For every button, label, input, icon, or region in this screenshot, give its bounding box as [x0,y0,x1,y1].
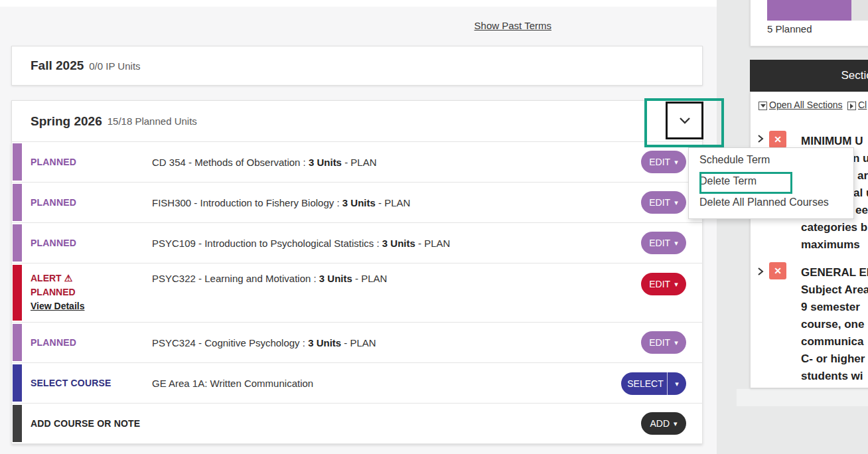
close-all-sections-link[interactable]: Cl [858,100,867,110]
expand-chevron-icon[interactable] [757,133,764,147]
edit-button[interactable]: EDIT▾ [641,151,686,173]
course-title-text: FISH300 - Introduction to Fishery Biolog… [152,197,342,208]
edit-button[interactable]: EDIT▾ [641,331,686,354]
requirement-text-fragment: ar [857,168,868,184]
requirement-not-met-icon: ✕ [769,262,786,279]
requirement-text-fragment: maximums [801,237,860,253]
show-past-terms-link[interactable]: Show Past Terms [474,20,551,31]
background-strip [737,389,868,406]
view-details-link[interactable]: View Details [31,299,84,313]
caret-down-icon: ▾ [674,280,678,289]
course-title-text: PSYC324 - Cognitive Psychology : [152,337,308,348]
status-color-bar [13,265,22,321]
requirement-text-fragment: categories b [801,220,867,236]
requirement-gen-ed-line: course, one [801,317,864,333]
edit-button-label: EDIT [649,238,670,248]
warning-icon: ⚠ [64,273,73,283]
alert-label: ALERT⚠ [31,271,84,285]
edit-button-label: EDIT [649,157,670,167]
course-status-label: PLANNED [31,157,76,167]
edit-button[interactable]: EDIT▾ [641,191,686,214]
course-title: PSYC322 - Learning and Motivation : 3 Un… [152,273,387,284]
course-title-suffix: - PLAN [342,157,377,168]
course-title: GE Area 1A: Written Communication [152,378,313,389]
term-units-label: 15/18 Planned Units [108,115,197,127]
term-card-fall: Fall 2025 0/0 IP Units [11,46,703,86]
add-button-label: ADD [650,418,670,429]
term-actions-button[interactable] [666,102,703,139]
course-status-label: PLANNED [31,285,84,299]
term-units-label: 0/0 IP Units [89,60,140,72]
course-row: PLANNED PSYC324 - Cognitive Psychology :… [11,322,703,363]
caret-down-icon: ▾ [674,339,678,347]
course-row: PLANNED PSYC109 - Introduction to Psycho… [11,222,703,264]
edit-button-label: EDIT [649,337,670,348]
x-glyph: ✕ [774,134,782,145]
course-title-text: PSYC109 - Introduction to Psychological … [152,238,382,249]
planned-units-card: 5 Planned [750,0,868,46]
course-title-suffix: - PLAN [415,238,451,249]
requirement-gen-ed-line: 9 semester [801,299,860,315]
x-glyph: ✕ [774,265,782,276]
select-split-button[interactable]: SELECT ▾ [621,372,686,395]
course-title: FISH300 - Introduction to Fishery Biolog… [152,197,410,208]
sections-title: Sections [841,69,868,82]
course-units: 3 Units [382,238,415,249]
status-color-bar [13,143,22,181]
requirement-gen-ed-line: GENERAL ED [801,265,868,281]
status-color-bar [13,405,22,442]
add-button[interactable]: ADD▾ [641,412,686,435]
course-status-label: SELECT COURSE [31,378,111,388]
add-course-row: ADD COURSE OR NOTE ADD▾ [11,403,703,444]
course-title-suffix: - PLAN [352,273,388,284]
sections-card: Open All Sections Cl ✕ MINIMUM U n u ar … [750,92,868,388]
alert-label-text: ALERT [31,273,62,283]
planner-panel: Show Past Terms Fall 2025 0/0 IP Units S… [0,0,717,454]
add-course-label: ADD COURSE OR NOTE [31,418,140,429]
close-all-icon[interactable] [847,102,856,110]
term-title: Fall 2025 [31,58,84,73]
menu-item-delete-term[interactable]: Delete Term [689,171,853,192]
planned-units-bar-fill [767,0,851,21]
requirement-gen-ed-line: C- or higher [801,351,865,367]
triangle-right-glyph [850,104,853,109]
top-strip [0,0,717,7]
course-row: PLANNED FISH300 - Introduction to Fisher… [11,182,703,223]
planned-units-bar-track [767,0,868,21]
select-button-label[interactable]: SELECT [621,378,667,389]
caret-down-icon: ▾ [674,239,678,248]
course-units: 3 Units [342,197,376,208]
status-color-bar [13,184,22,221]
select-course-row: SELECT COURSE GE Area 1A: Written Commun… [11,362,703,404]
course-title: CD 354 - Methods of Observation : 3 Unit… [152,157,376,168]
course-units: 3 Units [319,273,352,284]
chevron-down-icon [678,116,692,125]
requirement-text-fragment: al u [853,185,868,201]
requirement-text-fragment: ee [855,202,868,218]
requirement-not-met-icon: ✕ [769,131,786,148]
caret-down-icon: ▾ [674,419,678,428]
term-title: Spring 2026 [31,114,102,129]
menu-item-schedule-term[interactable]: Schedule Term [689,149,853,171]
course-title-suffix: - PLAN [376,197,411,208]
term-actions-menu: Schedule Term Delete Term Delete All Pla… [688,147,854,219]
expand-chevron-icon[interactable] [757,266,764,279]
course-title: PSYC324 - Cognitive Psychology : 3 Units… [152,337,376,348]
status-color-bar [13,324,22,361]
course-title: PSYC109 - Introduction to Psychological … [152,238,450,249]
open-all-sections-link[interactable]: Open All Sections [769,100,843,110]
status-color-bar [13,224,22,262]
edit-button[interactable]: EDIT▾ [641,232,686,254]
caret-down-icon[interactable]: ▾ [668,380,686,388]
course-rows: PLANNED CD 354 - Methods of Observation … [11,142,703,444]
course-title-suffix: - PLAN [341,337,376,348]
requirement-text-fragment: n u [853,151,868,167]
course-units: 3 Units [308,337,341,348]
course-row: PLANNED CD 354 - Methods of Observation … [11,141,703,183]
open-all-icon[interactable] [759,102,767,110]
edit-button[interactable]: EDIT▾ [641,273,686,295]
edit-button-label: EDIT [649,197,670,208]
requirement-gen-ed-line: Subject Area [801,282,868,298]
menu-item-delete-all-planned[interactable]: Delete All Planned Courses [689,192,853,213]
course-title-text: PSYC322 - Learning and Motivation : [152,273,319,284]
